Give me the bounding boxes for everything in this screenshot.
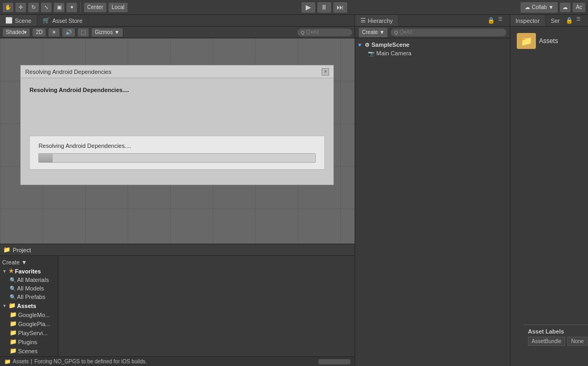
- services-tab-label: Ser: [551, 18, 560, 24]
- hierarchy-panel: ☰ Hierarchy 🔒 ☰ Create ▼ Q ▼ ⚙ SampleSce…: [355, 15, 510, 366]
- inspector-tab-label: Inspector: [516, 18, 540, 24]
- sample-scene-item[interactable]: ▼ ⚙ SampleScene: [355, 40, 510, 49]
- assets-arrow: ▼: [2, 303, 7, 309]
- star-icon: ★: [9, 268, 14, 274]
- move-tool-btn[interactable]: ✛: [15, 2, 27, 13]
- inner-progress-dialog: Resolving Android Dependencies....: [29, 136, 325, 170]
- dialog-overlay: Resolving Android Dependencies × Resolvi…: [0, 38, 355, 244]
- play-btn[interactable]: ▶: [301, 2, 316, 13]
- project-toolbar: 📁 Project: [0, 244, 355, 256]
- audio-btn[interactable]: 🔊: [62, 28, 75, 37]
- scenes-label: Scenes: [18, 348, 38, 354]
- folder-icon-scenes: 📁: [10, 347, 17, 354]
- plugins-label: Plugins: [18, 339, 37, 345]
- scene-tab-icon: ⬜: [5, 17, 13, 24]
- progress-bar-container: [38, 153, 316, 163]
- rect-tool-btn[interactable]: ▣: [53, 2, 65, 13]
- status-folder-icon: 📁: [4, 359, 11, 364]
- all-prefabs-item[interactable]: 🔍 All Prefabs: [0, 293, 58, 301]
- asset-labels-section: Asset Labels AssetBundle None: [524, 325, 588, 349]
- playservices-item[interactable]: 📁 PlayServi...: [0, 328, 58, 337]
- scene-view: ⬜ Scene 🛒 Asset Store Shaded ▾ 2D ☀ �: [0, 15, 355, 244]
- cloud-btn[interactable]: ☁: [559, 2, 571, 13]
- collab-label: Collab ▼: [532, 4, 553, 10]
- tab-services[interactable]: Ser: [545, 15, 566, 26]
- scene-dropdown-arrow: ▼: [357, 42, 363, 48]
- scene-content: Resolving Android Dependencies × Resolvi…: [0, 38, 355, 244]
- 2d-btn[interactable]: 2D: [32, 28, 46, 37]
- local-btn[interactable]: Local: [108, 2, 128, 13]
- googleplay-item[interactable]: 📁 GooglePla...: [0, 319, 58, 328]
- all-materials-item[interactable]: 🔍 All Materials: [0, 276, 58, 284]
- assets-tree-item[interactable]: ▼ 📁 Assets: [0, 301, 58, 310]
- plugins-item[interactable]: 📁 Plugins: [0, 337, 58, 346]
- rotate-tool-btn[interactable]: ↻: [28, 2, 39, 13]
- effects-btn[interactable]: ⬚: [77, 28, 89, 37]
- folder-icon-ps: 📁: [10, 329, 17, 336]
- project-panel: 📁 Project Create ▼ ▼ ★ Favorites: [0, 244, 355, 366]
- shading-dropdown[interactable]: Shaded ▾: [2, 28, 30, 37]
- center-btn[interactable]: Center: [83, 2, 107, 13]
- custom-tool-btn[interactable]: ✦: [66, 2, 78, 13]
- assets-tree-label: Assets: [17, 303, 36, 309]
- project-tab-label: Project: [13, 247, 31, 253]
- hierarchy-create-label: Create ▼: [362, 29, 385, 35]
- inspector-options-btn[interactable]: ☰: [576, 16, 585, 25]
- pause-btn[interactable]: ⏸: [317, 2, 332, 13]
- account-btn[interactable]: Ac: [572, 2, 586, 13]
- status-bar: 📁 Assets | Forcing NO_GPGS to be defined…: [0, 356, 355, 366]
- hierarchy-search-box[interactable]: Q: [390, 28, 506, 37]
- inspector-lock-btn[interactable]: 🔒: [566, 16, 574, 25]
- hierarchy-lock-btn[interactable]: 🔒: [488, 16, 496, 25]
- asset-labels-title: Asset Labels: [528, 328, 584, 335]
- scene-name-label: SampleScene: [372, 41, 410, 48]
- collab-btn[interactable]: ☁ Collab ▼: [520, 2, 558, 13]
- all-prefabs-label: All Prefabs: [17, 294, 45, 300]
- scenes-item[interactable]: 📁 Scenes: [0, 346, 58, 355]
- all-models-item[interactable]: 🔍 All Models: [0, 284, 58, 293]
- horizontal-scrollbar[interactable]: [318, 359, 350, 364]
- asset-store-tab-label: Asset Store: [52, 18, 82, 24]
- scale-tool-btn[interactable]: ⤡: [40, 2, 52, 13]
- create-btn[interactable]: Create ▼: [0, 258, 58, 267]
- scene-search-box[interactable]: Q: [297, 28, 352, 37]
- tab-inspector[interactable]: Inspector: [510, 15, 545, 26]
- scene-search-input[interactable]: [306, 29, 349, 35]
- dialog-close-btn[interactable]: ×: [322, 68, 329, 76]
- assets-folder-display: 📁 Assets: [515, 31, 584, 51]
- hierarchy-toolbar: Create ▼ Q: [355, 27, 510, 38]
- search-icon-prefabs: 🔍: [10, 294, 16, 300]
- gizmos-btn[interactable]: Gizmos ▼: [91, 28, 123, 37]
- main-layout: ⬜ Scene 🛒 Asset Store Shaded ▾ 2D ☀ �: [0, 15, 588, 366]
- big-folder-icon: 📁: [517, 33, 536, 49]
- dialog-titlebar: Resolving Android Dependencies ×: [21, 65, 333, 78]
- inspector-tabs: Inspector Ser 🔒 ☰: [510, 15, 588, 27]
- assets-folder-icon: 📁: [9, 302, 16, 309]
- asset-bundle-label-text: AssetBundle: [532, 338, 561, 344]
- asset-bundle-control[interactable]: AssetBundle: [528, 337, 565, 346]
- all-materials-label: All Materials: [17, 277, 49, 283]
- none-control[interactable]: None: [567, 337, 587, 346]
- hierarchy-search-input[interactable]: [400, 29, 503, 35]
- light-btn[interactable]: ☀: [48, 28, 60, 37]
- step-btn[interactable]: ⏭: [333, 2, 348, 13]
- playservices-label: PlayServi...: [18, 330, 48, 336]
- bottom-assets-label: Assets: [13, 359, 29, 364]
- googlemobile-item[interactable]: 📁 GoogleMo...: [0, 310, 58, 319]
- favorites-item[interactable]: ▼ ★ Favorites: [0, 267, 58, 276]
- favorites-arrow: ▼: [2, 269, 7, 274]
- play-controls: ▶ ⏸ ⏭: [301, 2, 348, 13]
- tab-asset-store[interactable]: 🛒 Asset Store: [37, 15, 88, 26]
- asset-labels-row: AssetBundle None: [528, 337, 584, 346]
- all-models-label: All Models: [17, 285, 44, 292]
- main-camera-item[interactable]: 📷 Main Camera: [355, 49, 510, 57]
- gizmos-label: Gizmos ▼: [95, 29, 120, 35]
- tab-hierarchy[interactable]: ☰ Hierarchy: [355, 15, 399, 26]
- progress-bar-fill: [39, 154, 53, 162]
- inspector-panel: Inspector Ser 🔒 ☰ 📁 Assets Asset Labels …: [510, 15, 588, 366]
- hand-tool-btn[interactable]: ✋: [2, 2, 14, 13]
- tab-scene[interactable]: ⬜ Scene: [0, 15, 37, 26]
- hierarchy-options-btn[interactable]: ☰: [498, 16, 507, 25]
- hierarchy-create-btn[interactable]: Create ▼: [358, 27, 389, 38]
- project-icon: 📁: [3, 246, 11, 253]
